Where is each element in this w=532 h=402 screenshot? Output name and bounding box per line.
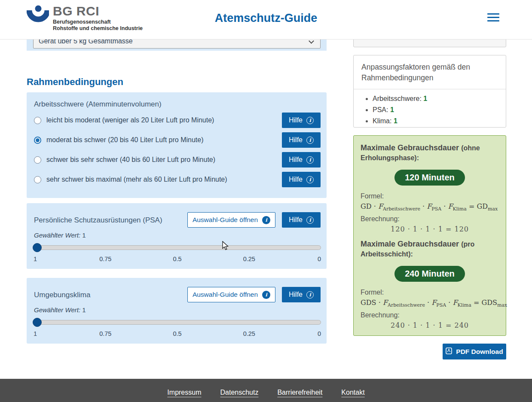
list-item: Arbeitsschwere: 1 — [373, 95, 506, 103]
panel-psa: Persönliche Schutzausrüstungen (PSA) Aus… — [27, 203, 327, 269]
calculation: 240 · 1 · 1 · 1 = 240 — [361, 321, 499, 329]
radio-label: moderat bis schwer (20 bis 40 Liter Luft… — [46, 136, 204, 144]
radio-label: sehr schwer bis maximal (mehr als 60 Lit… — [46, 176, 227, 183]
panel-arbeitsschwere: Arbeitsschwere (Atemminutenvolumen) leic… — [27, 92, 327, 198]
hilfe-button-arbeitsschwere-1[interactable]: Hilfe i — [282, 113, 321, 128]
result-block-ohne-erholungsphase: Maximale Gebrauchsdauer (ohne Erholungsp… — [361, 143, 499, 233]
anpassungsfaktoren-title: Anpassungsfaktoren gemäß den Rahmenbedin… — [354, 55, 506, 89]
radio-icon[interactable] — [34, 176, 41, 183]
section-heading-rahmenbedingungen: Rahmenbedingungen — [27, 76, 123, 88]
info-icon: i — [262, 216, 270, 224]
info-icon: i — [306, 156, 314, 164]
hilfe-button-klima[interactable]: Hilfe i — [282, 287, 321, 302]
berechnung-label: Berechnung: — [361, 215, 499, 223]
radio-option-leicht[interactable]: leicht bis moderat (weniger als 20 Liter… — [34, 113, 214, 128]
psa-slider-scale: 1 0.75 0.5 0.25 0 — [34, 256, 321, 262]
info-icon: i — [262, 291, 270, 299]
psa-slider-track[interactable] — [34, 245, 321, 250]
footer: Impressum Datenschutz Barrierefreiheit K… — [0, 379, 532, 402]
footer-link-impressum[interactable]: Impressum — [167, 389, 201, 396]
klima-selected-value: Gewählter Wert: 1 — [34, 306, 86, 314]
page-title: Atemschutz-Guide — [0, 12, 532, 25]
hilfe-button-arbeitsschwere-3[interactable]: Hilfe i — [282, 152, 321, 168]
duration-badge: 120 Minuten — [394, 170, 465, 186]
factor-value: 1 — [394, 117, 397, 125]
list-item: Klima: 1 — [373, 117, 506, 125]
radio-label: schwer bis sehr schwer (40 bis 60 Liter … — [46, 156, 215, 164]
pdf-file-icon — [446, 347, 452, 356]
auswahl-guide-button-klima[interactable]: Auswahl-Guide öffnen i — [187, 287, 275, 302]
footer-link-kontakt[interactable]: Kontakt — [341, 389, 364, 396]
factor-value: 1 — [423, 95, 427, 102]
radio-icon[interactable] — [34, 137, 41, 144]
klima-slider-handle[interactable] — [33, 318, 42, 327]
radio-icon[interactable] — [34, 117, 41, 124]
info-icon: i — [306, 117, 314, 124]
radio-option-schwer[interactable]: schwer bis sehr schwer (40 bis 60 Liter … — [34, 152, 215, 168]
factor-value: 1 — [390, 106, 394, 113]
logo-line2: Rohstoffe und chemische Industrie — [53, 25, 143, 32]
hilfe-button-arbeitsschwere-4[interactable]: Hilfe i — [282, 172, 321, 187]
info-icon: i — [306, 137, 314, 144]
klima-slider-scale: 1 0.75 0.5 0.25 0 — [34, 330, 321, 337]
panel-umgebungsklima: Umgebungsklima Auswahl-Guide öffnen i Hi… — [27, 278, 327, 344]
list-item: PSA: 1 — [373, 106, 506, 114]
hilfe-button-psa[interactable]: Hilfe i — [282, 212, 321, 228]
calculation: 120 · 1 · 1 · 1 = 120 — [361, 225, 499, 233]
psa-selected-value: Gewählter Wert: 1 — [34, 231, 86, 239]
hamburger-menu-icon[interactable] — [487, 13, 499, 24]
result-title: Maximale Gebrauchsdauer (ohne Erholungsp… — [361, 143, 499, 163]
app-header: BG RCI Berufsgenossenschaft Rohstoffe un… — [0, 0, 532, 40]
formula: GDS · FArbeitsschwere · FPSA · FKlima = … — [361, 298, 499, 308]
psa-title: Persönliche Schutzausrüstungen (PSA) — [34, 216, 162, 225]
psa-slider — [34, 245, 321, 251]
formel-label: Formel: — [361, 289, 499, 296]
info-icon: i — [306, 291, 314, 298]
pdf-download-button[interactable]: PDF Download — [443, 344, 506, 359]
arbeitsschwere-title: Arbeitsschwere (Atemminutenvolumen) — [34, 100, 162, 109]
info-icon: i — [306, 216, 314, 224]
formel-label: Formel: — [361, 192, 499, 200]
gebrauchsdauer-result-box: Maximale Gebrauchsdauer (ohne Erholungsp… — [353, 135, 506, 336]
result-block-pro-arbeitsschicht: Maximale Gebrauchsdauer (pro Arbeitsschi… — [361, 239, 499, 329]
formula: GD · FArbeitsschwere · FPSA · FKlima = G… — [361, 202, 499, 212]
klima-slider — [34, 320, 321, 326]
radio-option-sehr-schwer[interactable]: sehr schwer bis maximal (mehr als 60 Lit… — [34, 172, 227, 187]
result-title: Maximale Gebrauchsdauer (pro Arbeitsschi… — [361, 239, 499, 259]
anpassungsfaktoren-list: Arbeitsschwere: 1 PSA: 1 Klima: 1 — [354, 95, 506, 125]
klima-title: Umgebungsklima — [34, 291, 90, 299]
psa-slider-handle[interactable] — [33, 243, 42, 252]
info-icon: i — [306, 176, 314, 183]
atemschutz-guide-page: Gerät über 5 kg Gesamtmasse BG RCI Beruf… — [0, 0, 532, 402]
radio-option-moderat[interactable]: moderat bis schwer (20 bis 40 Liter Luft… — [34, 132, 204, 148]
anpassungsfaktoren-box: Anpassungsfaktoren gemäß den Rahmenbedin… — [353, 55, 506, 128]
duration-badge: 240 Minuten — [394, 266, 465, 282]
hilfe-button-arbeitsschwere-2[interactable]: Hilfe i — [282, 132, 321, 148]
footer-link-barrierefreiheit[interactable]: Barrierefreiheit — [277, 389, 322, 396]
radio-label: leicht bis moderat (weniger als 20 Liter… — [46, 116, 214, 124]
footer-link-datenschutz[interactable]: Datenschutz — [220, 389, 258, 396]
auswahl-guide-button-psa[interactable]: Auswahl-Guide öffnen i — [187, 212, 275, 228]
klima-slider-track[interactable] — [34, 320, 321, 325]
radio-icon[interactable] — [34, 156, 41, 164]
berechnung-label: Berechnung: — [361, 311, 499, 319]
